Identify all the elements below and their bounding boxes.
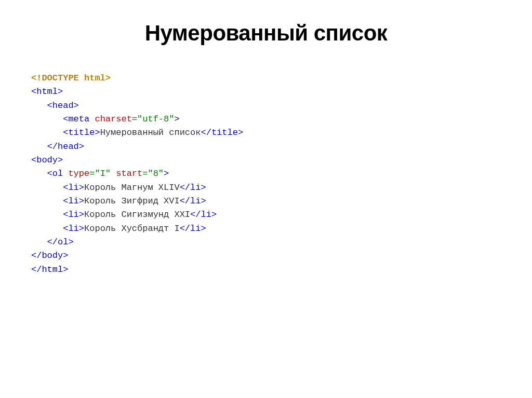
doctype-line: <!DOCTYPE html> [31,73,111,83]
meta-close: > [174,114,179,124]
html-close: </html> [31,265,68,275]
body-open: <body> [31,155,63,165]
li3-close: </li> [190,210,217,219]
ol-close: > [164,169,169,179]
li3-open: <li> [63,210,84,219]
slide-title: Нумерованный список [31,21,501,46]
li1-open: <li> [63,183,84,193]
li2-open: <li> [63,196,84,206]
code-example: <!DOCTYPE html> <html> <head> <meta char… [31,72,501,277]
li2-text: Король Зигфрид XVI [84,196,180,206]
ol-attr2: start [116,169,142,179]
li2-close: </li> [180,196,206,206]
ol-val1: ="I" [89,169,111,179]
title-open: <title> [63,128,100,138]
li4-text: Король Хусбрандт I [84,224,180,234]
ol-val2: ="8" [142,169,164,179]
meta-val: ="utf-8" [132,114,175,124]
title-close: </title> [201,128,243,138]
ol-open: <ol [47,169,63,179]
li1-text: Король Магнум XLIV [84,183,180,193]
li1-close: </li> [180,183,206,193]
ol-end: </ol> [47,237,74,247]
meta-attr: charset [95,114,131,124]
li3-text: Король Сигизмунд XXI [84,210,190,219]
head-close: </head> [47,142,84,152]
ol-attr1: type [68,169,89,179]
meta-open: <meta [63,114,89,124]
body-close: </body> [31,251,68,260]
head-open: <head> [47,101,79,111]
li4-open: <li> [63,224,84,234]
title-text: Нумерованный список [100,128,201,138]
li4-close: </li> [180,224,206,234]
html-open: <html> [31,87,63,97]
